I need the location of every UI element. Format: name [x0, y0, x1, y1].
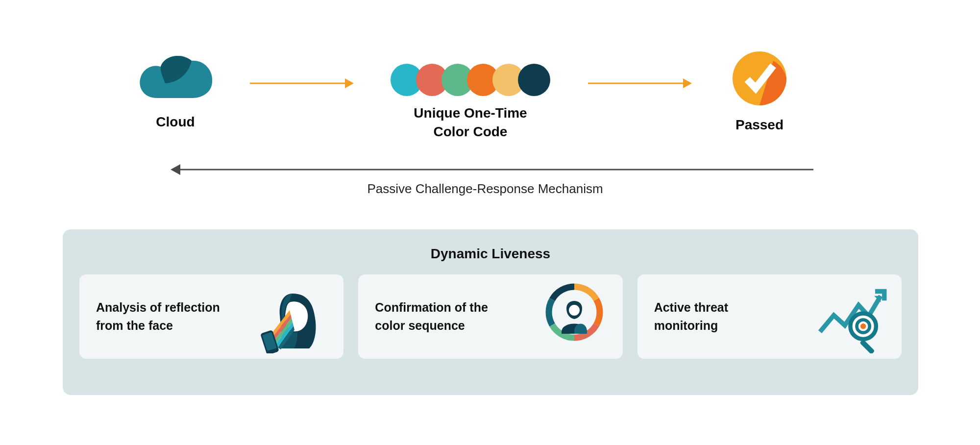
threat-monitoring-icon: [816, 280, 890, 353]
flow-step-cloud: Cloud: [126, 51, 224, 131]
svg-point-13: [860, 323, 866, 329]
flow-label-cloud: Cloud: [126, 113, 224, 131]
panel-title: Dynamic Liveness: [79, 246, 902, 262]
card-reflection: Analysis of reflection from the face: [79, 274, 343, 359]
dynamic-liveness-panel: Dynamic Liveness Analysis of reflection …: [63, 229, 918, 395]
flow-step-colorcode: Unique One-Time Color Code: [372, 64, 568, 141]
panel-cards: Analysis of reflection from the face: [79, 274, 902, 359]
check-badge-icon: [710, 49, 808, 108]
flow-step-passed: Passed: [710, 49, 808, 134]
face-reflection-icon: [258, 280, 332, 353]
svg-point-9: [569, 305, 580, 316]
flow-label-colorcode: Unique One-Time Color Code: [372, 104, 568, 141]
mechanism-label: Passive Challenge-Response Mechanism: [343, 181, 627, 197]
card-text: Analysis of reflection from the face: [96, 298, 238, 335]
color-code-dots: [372, 64, 568, 96]
card-threat-monitoring: Active threat monitoring: [637, 274, 902, 359]
card-text: Confirmation of the color sequence: [375, 298, 516, 335]
card-color-sequence: Confirmation of the color sequence: [358, 274, 622, 359]
color-sequence-icon: [538, 280, 611, 353]
flow-label-passed: Passed: [710, 116, 808, 134]
diagram-canvas: Cloud Unique One-Time Color Code: [0, 0, 980, 445]
svg-rect-14: [859, 339, 875, 353]
cloud-icon: [126, 51, 224, 105]
card-text: Active threat monitoring: [654, 298, 796, 335]
